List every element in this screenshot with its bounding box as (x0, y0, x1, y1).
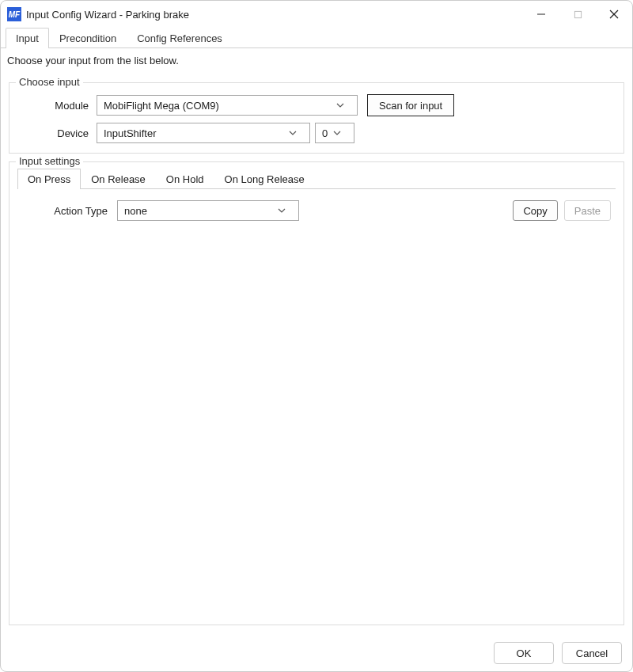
tab-precondition[interactable]: Precondition (49, 28, 127, 48)
scan-button-label: Scan for input (379, 100, 442, 112)
device-select-value: InputShifter (104, 127, 157, 139)
title-bar: MF Input Config Wizard - Parking brake (1, 1, 632, 28)
pin-select[interactable]: 0 (315, 123, 354, 143)
tab-on-press[interactable]: On Press (17, 169, 81, 189)
pin-select-value: 0 (322, 127, 328, 139)
module-label: Module (17, 100, 97, 112)
tab-input[interactable]: Input (6, 28, 49, 48)
device-label: Device (17, 127, 97, 139)
scan-for-input-button[interactable]: Scan for input (367, 94, 454, 116)
action-type-select[interactable]: none (117, 200, 299, 221)
event-tab-bar: On Press On Release On Hold On Long Rele… (17, 169, 616, 189)
tab-on-release[interactable]: On Release (81, 169, 156, 189)
module-select-value: MobiFlight Mega (COM9) (104, 100, 219, 112)
ok-button-label: OK (517, 647, 532, 659)
choose-input-group: Choose input Module MobiFlight Mega (COM… (9, 82, 624, 154)
svg-rect-1 (574, 11, 581, 17)
cancel-button-label: Cancel (576, 647, 608, 659)
close-button[interactable] (596, 1, 632, 28)
maximize-button[interactable] (559, 1, 596, 28)
action-type-label: Action Type (22, 205, 117, 217)
tab-on-hold[interactable]: On Hold (156, 169, 214, 189)
window-title: Input Config Wizard - Parking brake (26, 9, 189, 21)
ok-button[interactable]: OK (494, 642, 554, 664)
input-settings-legend: Input settings (16, 155, 83, 167)
cancel-button[interactable]: Cancel (562, 642, 622, 664)
action-type-value: none (124, 205, 147, 217)
paste-button[interactable]: Paste (564, 200, 611, 221)
choose-input-legend: Choose input (16, 76, 83, 88)
copy-button[interactable]: Copy (513, 200, 557, 221)
module-select[interactable]: MobiFlight Mega (COM9) (97, 95, 358, 116)
copy-button-label: Copy (523, 205, 547, 217)
tab-config-references[interactable]: Config References (127, 28, 233, 48)
input-settings-group: Input settings On Press On Release On Ho… (9, 161, 624, 625)
main-tab-bar: Input Precondition Config References (1, 28, 632, 48)
tab-on-long-release[interactable]: On Long Release (214, 169, 315, 189)
device-select[interactable]: InputShifter (97, 123, 310, 143)
instruction-text: Choose your input from the list below. (1, 48, 632, 70)
dialog-footer: OK Cancel (494, 642, 622, 664)
app-icon: MF (7, 7, 21, 21)
minimize-button[interactable] (523, 1, 559, 28)
paste-button-label: Paste (574, 205, 601, 217)
